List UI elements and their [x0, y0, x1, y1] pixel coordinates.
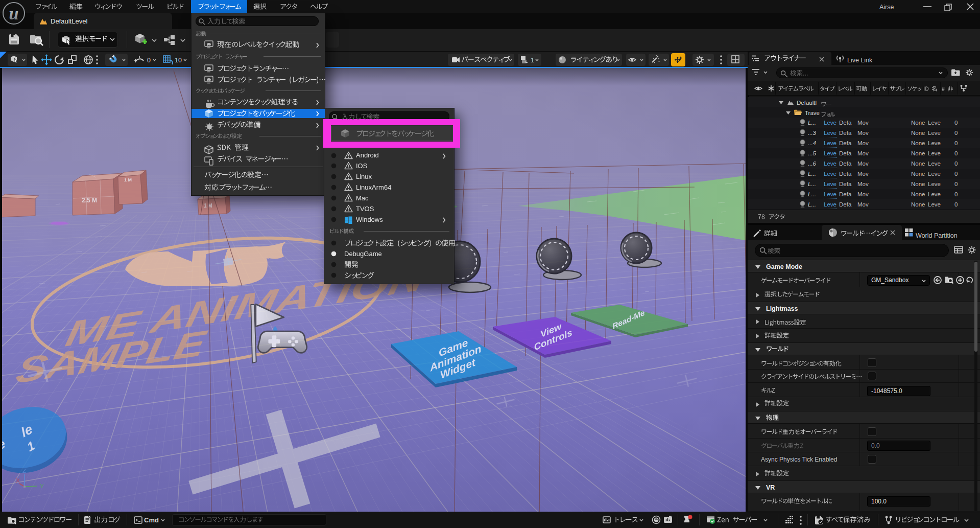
- svg-text:Z: Z: [22, 468, 26, 474]
- svg-text:1 M: 1 M: [204, 203, 212, 209]
- svg-text:u: u: [9, 4, 19, 23]
- svg-text:1 M: 1 M: [124, 177, 132, 182]
- svg-text:Y: Y: [40, 483, 44, 489]
- svg-text:X: X: [16, 477, 20, 484]
